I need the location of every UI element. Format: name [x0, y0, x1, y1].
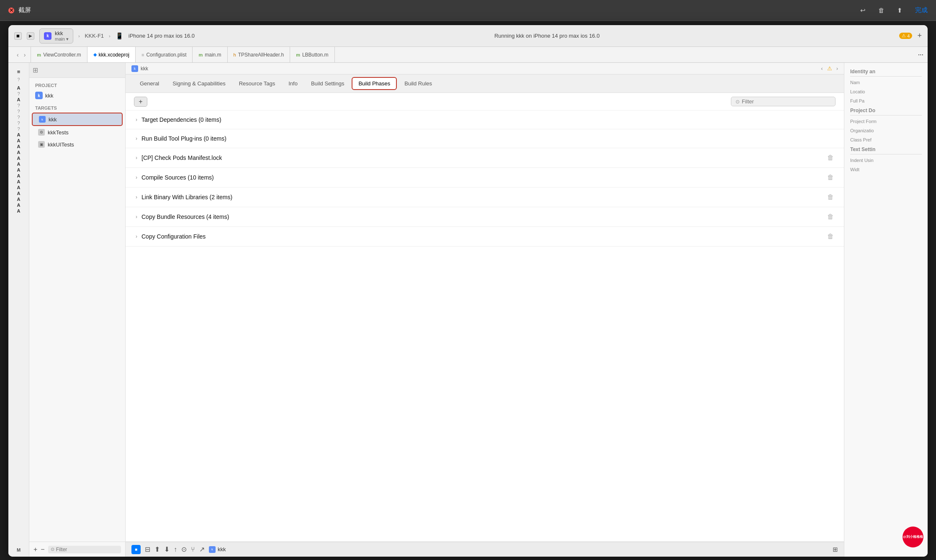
csdn-text: @刘小格格格: [903, 535, 923, 539]
alpha-a1[interactable]: A: [15, 85, 23, 90]
alpha-a5[interactable]: A: [15, 144, 23, 149]
tab-build-phases[interactable]: Build Phases: [352, 77, 397, 90]
tab-overflow[interactable]: ⋯: [914, 47, 928, 62]
tab-resource-tags[interactable]: Resource Tags: [233, 78, 281, 89]
project-icon: k: [35, 92, 43, 99]
alpha-a7[interactable]: A: [15, 156, 23, 161]
back-button[interactable]: ‹: [15, 51, 21, 59]
phase-compile-sources[interactable]: › Compile Sources (10 items) 🗑: [126, 168, 844, 188]
phase-filter-input[interactable]: [742, 98, 831, 105]
alpha-a11[interactable]: A: [15, 179, 23, 184]
bottom-icon-merge[interactable]: ↗: [199, 545, 205, 553]
chevron-icon: ›: [136, 214, 137, 220]
tab-xcodeproj[interactable]: ◆ kkk.xcodeproj: [87, 47, 136, 62]
tab-general[interactable]: General: [134, 78, 165, 89]
alpha-q4[interactable]: ?: [15, 115, 23, 120]
alpha-q5[interactable]: ?: [15, 121, 23, 126]
scheme-selector[interactable]: k kkk main ▾: [39, 28, 73, 44]
phase-delete-icon[interactable]: 🗑: [827, 233, 834, 240]
phase-delete-icon[interactable]: 🗑: [827, 154, 834, 162]
add-button[interactable]: +: [917, 31, 922, 40]
navigator-filter-box[interactable]: ⊙: [48, 546, 121, 553]
alpha-a10[interactable]: A: [15, 173, 23, 178]
bottom-icon-up[interactable]: ⬆: [154, 545, 160, 553]
alpha-a2[interactable]: A: [15, 97, 23, 102]
alpha-a9[interactable]: A: [15, 167, 23, 172]
alpha-a13[interactable]: A: [15, 191, 23, 196]
alpha-a14[interactable]: A: [15, 197, 23, 202]
tab-icon-m3: m: [296, 52, 300, 57]
bottom-icon-down[interactable]: ⬇: [164, 545, 170, 553]
tab-main[interactable]: m main.m: [193, 47, 227, 62]
target-kkkuitests[interactable]: ▣ kkkUITests: [32, 139, 123, 150]
alpha-a6[interactable]: A: [15, 150, 23, 155]
warning-icon: ⚠: [902, 33, 906, 39]
bottom-icon-upload[interactable]: ↑: [174, 546, 177, 553]
csdn-badge[interactable]: @刘小格格格: [903, 527, 923, 547]
alpha-m[interactable]: M: [15, 547, 23, 552]
tab-build-rules[interactable]: Build Rules: [399, 78, 438, 89]
grid-icon[interactable]: ⊞: [33, 66, 38, 74]
alpha-q2[interactable]: ?: [15, 103, 23, 108]
add-phase-button[interactable]: +: [134, 97, 147, 107]
project-item-kkk[interactable]: k kkk: [29, 90, 125, 101]
tab-build-settings[interactable]: Build Settings: [305, 78, 350, 89]
fullpath-label: Full Pa: [850, 98, 922, 103]
phase-copy-config[interactable]: › Copy Configuration Files 🗑: [126, 227, 844, 247]
alpha-a8[interactable]: A: [15, 162, 23, 167]
phase-check-pods[interactable]: › [CP] Check Pods Manifest.lock 🗑: [126, 148, 844, 168]
scheme-label: KKK-F1: [85, 33, 104, 39]
alpha-a4[interactable]: A: [15, 138, 23, 143]
forward-button[interactable]: ›: [22, 51, 28, 59]
footer-add[interactable]: +: [33, 546, 37, 553]
share-icon[interactable]: ⬆: [897, 7, 903, 14]
alpha-a3[interactable]: A: [15, 132, 23, 137]
undo-icon[interactable]: ↩: [860, 7, 866, 14]
phase-link-binary[interactable]: › Link Binary With Libraries (2 items) 🗑: [126, 188, 844, 207]
layout-icon[interactable]: ⊞: [833, 546, 838, 553]
target-kkktests[interactable]: ⚙ kkkTests: [32, 126, 123, 138]
delete-icon[interactable]: 🗑: [878, 7, 885, 14]
chevron-icon: ›: [136, 175, 137, 180]
bottom-color-btn[interactable]: ■: [131, 545, 141, 554]
project-format-label: Project Form: [850, 119, 922, 124]
target-kkk[interactable]: k kkk: [32, 113, 123, 126]
alpha-q6[interactable]: ?: [15, 126, 23, 131]
bottom-icon-bars[interactable]: ⊟: [145, 545, 150, 553]
done-button[interactable]: 完成: [915, 6, 928, 14]
bottom-icon-link[interactable]: ⊙: [181, 545, 187, 553]
add-phase-icon: +: [139, 98, 142, 105]
targets-section-label: TARGETS: [29, 101, 125, 112]
footer-minus[interactable]: −: [41, 546, 44, 553]
alpha-a12[interactable]: A: [15, 185, 23, 190]
alpha-q3[interactable]: ?: [15, 109, 23, 114]
sidebar-toggle[interactable]: ≡: [15, 67, 22, 77]
close-button[interactable]: ✕: [8, 8, 14, 13]
phase-delete-icon[interactable]: 🗑: [827, 193, 834, 201]
phase-run-build-tool[interactable]: › Run Build Tool Plug-ins (0 items): [126, 129, 844, 148]
phase-delete-icon[interactable]: 🗑: [827, 174, 834, 181]
play-button[interactable]: ▶: [27, 32, 34, 40]
warning-badge[interactable]: ⚠ 4: [899, 33, 912, 39]
breadcrumb-forward[interactable]: ›: [836, 65, 838, 72]
breadcrumb-back[interactable]: ‹: [821, 65, 823, 72]
stop-button[interactable]: ■: [14, 32, 22, 40]
target-kkktests-name: kkkTests: [48, 129, 69, 136]
navigator-filter-input[interactable]: [56, 547, 90, 552]
phase-target-dependencies[interactable]: › Target Dependencies (0 items): [126, 110, 844, 129]
phase-delete-icon[interactable]: 🗑: [827, 213, 834, 221]
tab-configuration[interactable]: ≡ Configuration.plist: [136, 47, 193, 62]
tab-viewcontroller[interactable]: m ViewController.m: [31, 47, 87, 62]
tab-tpshare[interactable]: h TPShareAllHeader.h: [228, 47, 291, 62]
tab-lbbutton[interactable]: m LBButton.m: [290, 47, 334, 62]
alpha-a15[interactable]: A: [15, 203, 23, 208]
phase-copy-bundle[interactable]: › Copy Bundle Resources (4 items) 🗑: [126, 207, 844, 227]
alpha-a16[interactable]: A: [15, 208, 23, 213]
tab-icon-m: m: [37, 52, 41, 57]
tab-signing[interactable]: Signing & Capabilities: [167, 78, 231, 89]
phase-filter-box[interactable]: ⊙: [731, 97, 836, 106]
bottom-icon-branch[interactable]: ⑂: [191, 546, 195, 553]
class-prefix-label: Class Pref: [850, 137, 922, 142]
alpha-q1[interactable]: ?: [15, 91, 23, 96]
tab-info[interactable]: Info: [283, 78, 303, 89]
